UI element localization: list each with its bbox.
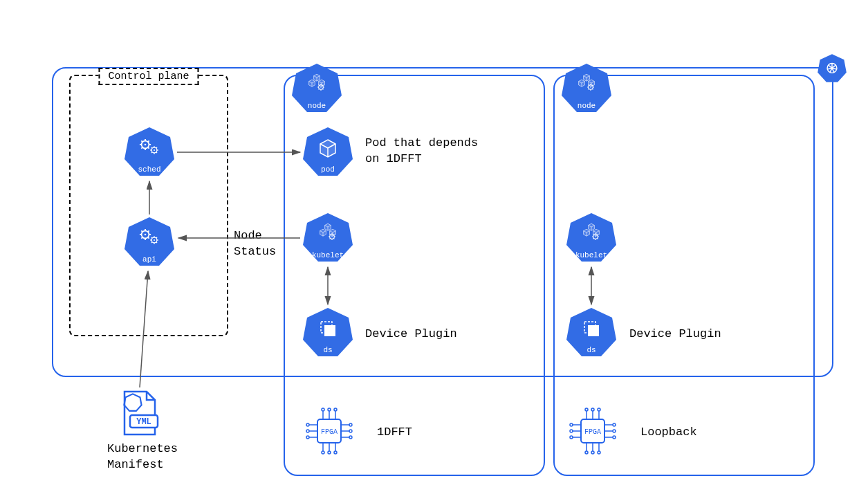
yaml-manifest-icon: YML [119,389,160,439]
node-2-label: node [560,102,613,110]
svg-point-44 [306,436,309,439]
kubelet-2-label: kubelet [565,251,618,259]
kubelet-1-component: kubelet [302,212,354,264]
svg-text:FPGA: FPGA [584,428,601,436]
svg-point-74 [613,430,616,432]
svg-point-48 [349,430,352,432]
api-label: api [123,255,176,264]
node-status-label: Node Status [234,228,276,260]
svg-point-28 [322,408,324,411]
daemonset-1-label: ds [302,346,354,354]
node-1-label: node [290,102,343,110]
fpga-2-icon: FPGA [566,404,620,458]
svg-point-68 [570,430,573,432]
kubelet-1-label: kubelet [302,251,354,259]
svg-point-38 [334,451,337,454]
svg-point-58 [598,408,600,411]
control-plane-box: Control plane [69,75,228,336]
svg-point-64 [598,451,600,454]
node-1-icon: node [290,62,343,115]
fpga-chip-text: FPGA [321,428,338,436]
svg-point-34 [322,451,324,454]
svg-point-46 [349,423,352,426]
svg-point-60 [585,451,588,454]
kubernetes-logo-icon [817,53,847,87]
yml-text: YML [136,417,151,427]
svg-point-50 [349,436,352,439]
pod-description: Pod that depends on 1DFFT [365,136,478,167]
pod-component: pod [302,126,354,179]
svg-point-32 [334,408,337,411]
control-plane-label: Control plane [98,68,198,85]
svg-point-66 [570,423,573,426]
svg-point-70 [570,436,573,439]
device-plugin-2-label: Device Plugin [629,327,721,342]
svg-point-56 [591,408,594,411]
fpga-1-icon: FPGA [302,404,356,458]
svg-point-30 [328,408,331,411]
daemonset-2-label: ds [565,346,618,354]
svg-point-62 [591,451,594,454]
fpga-2-label: Loopback [640,425,697,441]
daemonset-2-component: ds [565,307,618,359]
svg-point-54 [585,408,588,411]
api-component: api [123,216,176,268]
node-2-icon: node [560,62,613,115]
scheduler-component: sched [123,126,176,179]
svg-point-76 [613,436,616,439]
svg-point-42 [306,430,309,432]
scheduler-label: sched [123,165,176,174]
svg-point-40 [306,423,309,426]
daemonset-1-component: ds [302,307,354,359]
pod-label: pod [302,165,354,174]
fpga-1-label: 1DFFT [377,425,412,441]
svg-point-72 [613,423,616,426]
manifest-label: Kubernetes Manifest [107,441,178,473]
device-plugin-1-label: Device Plugin [365,327,457,342]
kubelet-2-component: kubelet [565,212,618,264]
svg-point-36 [328,451,331,454]
